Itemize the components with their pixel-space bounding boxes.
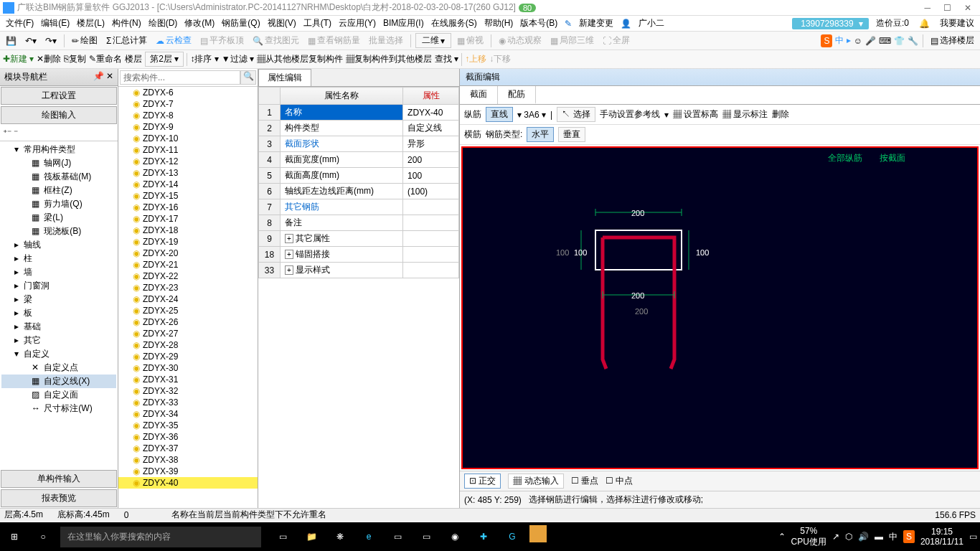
ime-mic-icon[interactable]: 🎤 bbox=[865, 36, 876, 46]
dynview-button[interactable]: ◉动态观察 bbox=[496, 33, 545, 48]
tree-item[interactable]: ▸ 柱 bbox=[1, 252, 116, 265]
line-button[interactable]: 直线 bbox=[486, 107, 513, 122]
nav-pin-icon[interactable]: 📌 ✕ bbox=[93, 71, 113, 83]
start-button[interactable]: ⊞ bbox=[3, 525, 26, 548]
menu-floor[interactable]: 楼层(L) bbox=[74, 16, 108, 31]
tree-item[interactable]: ▨ 自定义面 bbox=[1, 388, 116, 402]
tray-notif-icon[interactable]: ▭ bbox=[969, 532, 977, 542]
tab-section[interactable]: 截面 bbox=[460, 86, 498, 104]
prop-row[interactable]: 5截面高度(mm)100 bbox=[259, 168, 459, 184]
floor-dropdown[interactable]: 第2层 ▾ bbox=[145, 52, 184, 67]
list-item[interactable]: ◉ZDYX-34 bbox=[118, 408, 258, 420]
tree-item[interactable]: ▸ 墙 bbox=[1, 265, 116, 279]
list-item[interactable]: ◉ZDYX-14 bbox=[118, 179, 258, 190]
draw-button[interactable]: ✏绘图 bbox=[69, 33, 100, 48]
save-icon[interactable]: 💾 bbox=[3, 34, 19, 47]
list-item[interactable]: ◉ZDYX-39 bbox=[118, 466, 258, 477]
copyto-button[interactable]: ▦复制构件到其他楼层 bbox=[346, 53, 432, 65]
movedown-button[interactable]: ↓下移 bbox=[489, 53, 511, 65]
tray-ime[interactable]: 中 bbox=[889, 531, 897, 543]
prop-row[interactable]: 2构件类型自定义线 bbox=[259, 121, 459, 136]
prop-row[interactable]: 33+ 显示样式 bbox=[259, 263, 459, 278]
local3d-button[interactable]: ▦局部三维 bbox=[547, 33, 597, 48]
moveup-button[interactable]: ↑上移 bbox=[465, 53, 486, 65]
menu-version[interactable]: 版本号(B) bbox=[517, 16, 560, 31]
list-item[interactable]: ◉ZDYX-29 bbox=[118, 351, 258, 362]
list-item[interactable]: ◉ZDYX-13 bbox=[118, 167, 258, 179]
menu-bim[interactable]: BIM应用(I) bbox=[380, 16, 427, 31]
select-floor-button[interactable]: ▤选择楼层 bbox=[928, 33, 977, 48]
cortana-icon[interactable]: ○ bbox=[32, 525, 55, 548]
list-item[interactable]: ◉ZDYX-27 bbox=[118, 328, 258, 339]
app7-icon[interactable] bbox=[529, 525, 547, 542]
ime-icon[interactable]: S bbox=[821, 34, 832, 47]
list-item[interactable]: ◉ZDYX-36 bbox=[118, 431, 258, 443]
tree-item[interactable]: ▸ 基础 bbox=[1, 320, 116, 334]
app6-icon[interactable]: G bbox=[501, 525, 524, 548]
tree-item[interactable]: ▸ 门窗洞 bbox=[1, 279, 116, 293]
menu-online[interactable]: 在线服务(S) bbox=[428, 16, 480, 31]
menu-cloud[interactable]: 云应用(Y) bbox=[336, 16, 379, 31]
sort-button[interactable]: ↕排序 ▾ bbox=[190, 53, 218, 65]
list-item[interactable]: ◉ZDYX-12 bbox=[118, 156, 258, 167]
prop-row[interactable]: 4截面宽度(mm)200 bbox=[259, 152, 459, 168]
section-project[interactable]: 工程设置 bbox=[1, 87, 117, 105]
section-report[interactable]: 报表预览 bbox=[1, 489, 117, 507]
ime-tool-icon[interactable]: 🔧 bbox=[908, 36, 918, 46]
maximize-button[interactable]: ☐ bbox=[943, 3, 951, 13]
tree-item[interactable]: ▦ 梁(L) bbox=[1, 211, 116, 225]
tree-item[interactable]: ▦ 现浇板(B) bbox=[1, 225, 116, 238]
ime-kbd-icon[interactable]: ⌨ bbox=[879, 36, 891, 46]
expand-icon[interactable]: ⁺⁻ bbox=[3, 128, 11, 138]
ie-icon[interactable]: e bbox=[357, 525, 380, 548]
search-button[interactable]: 🔍 bbox=[240, 70, 256, 85]
tree-item[interactable]: ▸ 轴线 bbox=[1, 238, 116, 252]
tree-item[interactable]: ↔ 尺寸标注(W) bbox=[1, 402, 116, 415]
tray-net-icon[interactable]: ▬ bbox=[875, 532, 883, 542]
view2d-dropdown[interactable]: 二维 ▾ bbox=[415, 33, 451, 48]
list-item[interactable]: ◉ZDYX-32 bbox=[118, 385, 258, 397]
close-button[interactable]: ✕ bbox=[964, 3, 971, 13]
mid-toggle[interactable]: ☐ 中点 bbox=[606, 475, 633, 487]
menu-tools[interactable]: 工具(T) bbox=[301, 16, 334, 31]
list-item[interactable]: ◉ZDYX-17 bbox=[118, 213, 258, 225]
tray-up-icon[interactable]: ⌃ bbox=[778, 532, 786, 542]
list-item[interactable]: ◉ZDYX-10 bbox=[118, 133, 258, 144]
tree-item[interactable]: ▸ 其它 bbox=[1, 334, 116, 347]
list-item[interactable]: ◉ZDYX-30 bbox=[118, 362, 258, 374]
undo-icon[interactable]: ↶▾ bbox=[22, 34, 39, 47]
find-elem-button[interactable]: 🔍查找图元 bbox=[250, 33, 302, 48]
prop-row[interactable]: 7其它钢筋 bbox=[259, 199, 459, 215]
find-button[interactable]: 查找 ▾ bbox=[435, 53, 458, 65]
app2-icon[interactable]: ▭ bbox=[386, 525, 409, 548]
copy-button[interactable]: ⎘复制 bbox=[64, 53, 86, 65]
ime-emoji-icon[interactable]: ☺ bbox=[854, 36, 862, 46]
tab-rebar[interactable]: 配筋 bbox=[498, 86, 536, 104]
prop-row[interactable]: 18+ 锚固搭接 bbox=[259, 247, 459, 263]
suggest-button[interactable]: 我要建议 bbox=[937, 16, 977, 31]
vert-button[interactable]: 垂直 bbox=[558, 127, 585, 142]
fullscreen-button[interactable]: ⛶全屏 bbox=[600, 33, 633, 48]
delete-button[interactable]: ✕删除 bbox=[37, 53, 61, 65]
tree-item[interactable]: ▦ 轴网(J) bbox=[1, 156, 116, 170]
horiz-button[interactable]: 水平 bbox=[527, 127, 554, 142]
list-item[interactable]: ◉ZDYX-37 bbox=[118, 443, 258, 454]
list-item[interactable]: ◉ZDYX-22 bbox=[118, 270, 258, 282]
tray-date[interactable]: 2018/11/11 bbox=[920, 537, 963, 547]
prop-row[interactable]: 9+ 其它属性 bbox=[259, 231, 459, 247]
list-item[interactable]: ◉ZDYX-18 bbox=[118, 225, 258, 236]
list-item[interactable]: ◉ZDYX-8 bbox=[118, 110, 258, 121]
list-item[interactable]: ◉ZDYX-21 bbox=[118, 259, 258, 270]
section-draw[interactable]: 绘图输入 bbox=[1, 106, 117, 124]
app1-icon[interactable]: ❋ bbox=[329, 525, 352, 548]
list-item[interactable]: ◉ZDYX-9 bbox=[118, 121, 258, 133]
list-item[interactable]: ◉ZDYX-25 bbox=[118, 305, 258, 316]
list-item[interactable]: ◉ZDYX-6 bbox=[118, 87, 258, 98]
ime-skin-icon[interactable]: 👕 bbox=[894, 36, 905, 46]
topview-button[interactable]: ▦俯视 bbox=[454, 33, 486, 48]
minimize-button[interactable]: ─ bbox=[924, 3, 930, 13]
new-button[interactable]: ✚新建 ▾ bbox=[3, 53, 34, 65]
tree-item[interactable]: ✕ 自定义点 bbox=[1, 361, 116, 375]
menu-modify[interactable]: 修改(M) bbox=[182, 16, 217, 31]
list-item[interactable]: ◉ZDYX-24 bbox=[118, 293, 258, 305]
